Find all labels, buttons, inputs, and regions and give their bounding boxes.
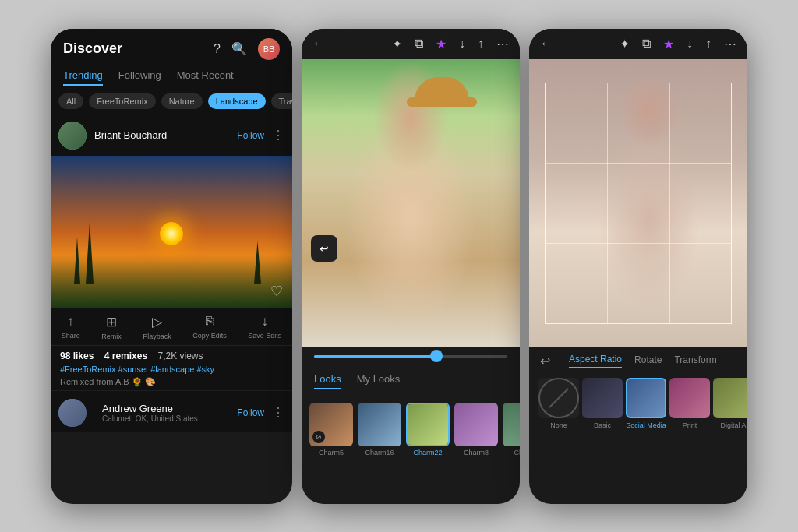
look-item-charm8[interactable]: Charm8	[454, 403, 498, 456]
p2-woman-photo	[302, 59, 520, 347]
look-name-charm22: Charm22	[413, 449, 442, 456]
phone-2-looks: ← ✦ ⧉ ★ ↓ ↑ ⋯ ↩	[302, 29, 520, 504]
undo-button[interactable]: ↩	[311, 235, 337, 262]
look-item-charm-last[interactable]: Charm	[503, 403, 520, 456]
post-1-image: ♡	[51, 156, 292, 308]
phone-3-aspect-ratio: ← ✦ ⧉ ★ ↓ ↑ ⋯ ↩ Aspect Ratio	[529, 29, 747, 504]
tab-trending[interactable]: Trending	[63, 69, 103, 86]
ratio-label-basic: Basic	[594, 421, 611, 429]
crop-line-h2	[546, 243, 731, 244]
ratio-label-social: Social Media	[626, 421, 666, 429]
filter-landscape[interactable]: Landscape	[208, 93, 266, 109]
p3-download-icon[interactable]: ↓	[687, 37, 693, 51]
look-item-charm22[interactable]: Charm22	[406, 403, 450, 456]
share-icon[interactable]: ↑	[478, 37, 484, 51]
crop-line-h1	[546, 163, 731, 164]
p3-share-icon[interactable]: ↑	[705, 37, 711, 51]
premium-star-icon[interactable]: ★	[436, 37, 447, 51]
tab-looks[interactable]: Looks	[314, 373, 341, 389]
p3-ratio-strip: None Basic Social Media Print Digital A	[529, 373, 747, 434]
ratio-thumb-none	[538, 378, 579, 418]
look-thumb-bg-5	[503, 403, 520, 446]
p2-slider-track[interactable]	[314, 355, 507, 358]
post-2-header: Andrew Greene Calumet, OK, United States…	[51, 390, 292, 432]
filter-freetovremix[interactable]: FreeToRemix	[89, 93, 155, 109]
p3-main-image	[529, 59, 747, 347]
post-2-avatar-img	[58, 399, 87, 427]
none-icon	[538, 378, 579, 418]
filter-all[interactable]: All	[58, 93, 83, 109]
post-2-more-icon[interactable]: ⋮	[272, 405, 284, 420]
tab-rotate[interactable]: Rotate	[634, 354, 662, 368]
hashtags[interactable]: #FreeToRemix #sunset #landscape #sky	[60, 365, 283, 374]
p3-premium-icon[interactable]: ★	[663, 37, 674, 51]
ratio-digital-a[interactable]: Digital A	[711, 378, 747, 429]
p3-wand-icon[interactable]: ✦	[620, 37, 630, 51]
p2-header-icons: ✦ ⧉ ★ ↓ ↑ ⋯	[392, 37, 509, 51]
share-label: Share	[62, 332, 80, 340]
p3-flip-icon[interactable]: ⧉	[642, 37, 651, 51]
ratio-basic[interactable]: Basic	[581, 378, 624, 429]
heart-icon[interactable]: ♡	[270, 283, 283, 300]
crop-overlay[interactable]	[545, 83, 732, 324]
post-1-more-icon[interactable]: ⋮	[272, 128, 284, 143]
p3-header: ← ✦ ⧉ ★ ↓ ↑ ⋯	[529, 29, 747, 59]
post-2-username: Andrew Greene	[102, 403, 237, 414]
ratio-print[interactable]: Print	[668, 378, 711, 429]
p2-slider-fill	[314, 355, 434, 358]
p3-tabs-row: ↩ Aspect Ratio Rotate Transform	[529, 347, 747, 373]
p3-more-icon[interactable]: ⋯	[724, 37, 736, 51]
copy-edits-icon: ⎘	[206, 314, 214, 329]
tab-transform[interactable]: Transform	[674, 354, 716, 368]
filter-travel[interactable]: Travel	[271, 93, 293, 109]
help-icon[interactable]: ?	[214, 42, 221, 56]
look-thumb-charm5: ⊘	[309, 403, 353, 446]
tab-most-recent[interactable]: Most Recent	[177, 69, 234, 86]
playback-btn[interactable]: ▷ Playback	[143, 314, 171, 340]
post-1-avatar-img	[58, 122, 87, 150]
save-edits-btn[interactable]: ↓ Save Edits	[248, 314, 281, 340]
save-edits-label: Save Edits	[248, 332, 281, 340]
post-2-follow-btn[interactable]: Follow	[237, 407, 264, 418]
p3-back-icon[interactable]: ←	[540, 37, 553, 51]
flip-icon[interactable]: ⧉	[415, 37, 423, 51]
p3-bottom: ↩ Aspect Ratio Rotate Transform None Bas…	[529, 347, 747, 434]
crop-line-v1	[607, 83, 608, 323]
tab-my-looks[interactable]: My Looks	[357, 373, 401, 389]
more-icon[interactable]: ⋯	[496, 37, 509, 51]
stats-line: 98 likes 4 remixes 7,2K views	[60, 351, 283, 361]
p3-header-icons: ✦ ⧉ ★ ↓ ↑ ⋯	[620, 37, 736, 51]
look-item-charm16[interactable]: Charm16	[358, 403, 401, 456]
look-item-charm5[interactable]: ⊘ Charm5	[309, 403, 353, 456]
remix-btn[interactable]: ⊞ Remix	[101, 314, 122, 340]
tab-aspect-ratio[interactable]: Aspect Ratio	[569, 354, 622, 368]
playback-label: Playback	[143, 333, 171, 340]
p2-header: ← ✦ ⧉ ★ ↓ ↑ ⋯	[302, 29, 520, 59]
p2-slider-thumb[interactable]	[430, 350, 443, 362]
back-icon[interactable]: ←	[312, 37, 325, 51]
share-btn[interactable]: ↑ Share	[62, 314, 80, 340]
ratio-none[interactable]: None	[537, 378, 581, 429]
look-name-charm8: Charm8	[464, 449, 489, 456]
post-1-follow-btn[interactable]: Follow	[237, 130, 264, 141]
user-avatar[interactable]: BB	[258, 38, 280, 60]
download-icon[interactable]: ↓	[459, 37, 465, 51]
remix-icon: ⊞	[106, 314, 117, 330]
post-1-avatar	[58, 122, 87, 150]
p3-undo-icon[interactable]: ↩	[540, 354, 550, 368]
p1-filters: All FreeToRemix Nature Landscape Travel	[51, 93, 292, 117]
tab-following[interactable]: Following	[118, 69, 161, 86]
p1-header-icons: ? 🔍 BB	[214, 38, 280, 60]
copy-edits-btn[interactable]: ⎘ Copy Edits	[192, 314, 227, 340]
ratio-social-media[interactable]: Social Media	[624, 378, 668, 429]
look-name-charm5: Charm5	[319, 449, 344, 456]
playback-icon: ▷	[152, 314, 162, 330]
wand-icon[interactable]: ✦	[392, 37, 402, 51]
remixed-from: Remixed from A.B 🌻 🎨	[60, 377, 283, 387]
look-thumb-charm16	[358, 403, 401, 446]
filter-nature[interactable]: Nature	[161, 93, 203, 109]
search-icon[interactable]: 🔍	[231, 41, 247, 56]
ratio-thumb-social	[626, 378, 666, 418]
share-icon: ↑	[68, 314, 75, 329]
look-thumb-bg-4	[454, 403, 498, 446]
